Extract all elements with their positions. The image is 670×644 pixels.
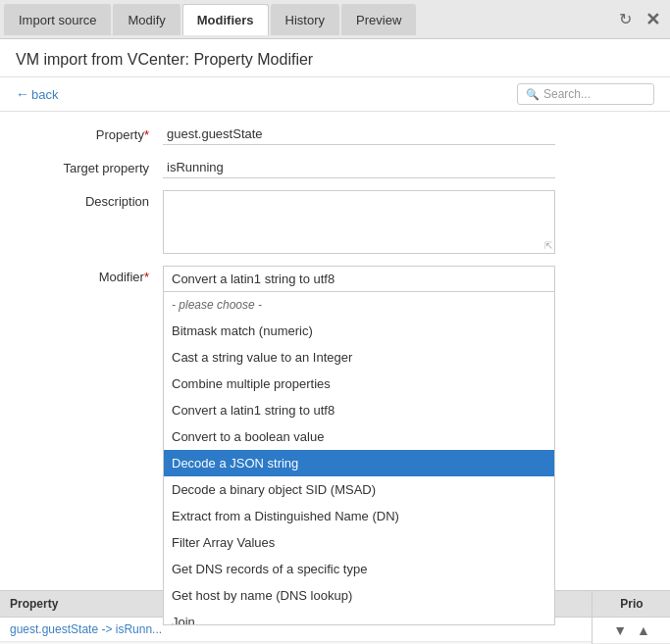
tab-bar: Import source Modify Modifiers History P… [0,0,670,39]
modifier-label: Modifier [16,266,163,284]
dropdown-placeholder[interactable]: - please choose - [164,292,554,318]
target-property-row: Target property [16,157,654,178]
prio-header: Prio [593,591,670,618]
dropdown-item-bitmask[interactable]: Bitmask match (numeric) [164,318,554,344]
page-header: VM import from VCenter: Property Modifie… [0,39,670,77]
toolbar: ← back 🔍 Search... [0,77,670,112]
target-input[interactable] [163,157,555,178]
property-input[interactable] [163,124,555,145]
modifier-row: Modifier - please choose - Bitmask match… [16,266,654,292]
back-label: back [31,87,58,102]
resize-handle-icon: ⇱ [544,240,552,251]
search-icon: 🔍 [526,88,540,101]
dropdown-item-convert-boolean[interactable]: Convert to a boolean value [164,423,554,450]
tab-import-source[interactable]: Import source [4,4,111,35]
tab-preview[interactable]: Preview [341,4,416,35]
target-label: Target property [16,157,163,175]
modifier-input[interactable] [163,266,555,292]
dropdown-item-decode-json[interactable]: Decode a JSON string [164,450,554,476]
form-area: Property Target property Description ⇱ M… [0,112,670,316]
tab-history[interactable]: History [271,4,339,35]
description-label: Description [16,190,163,209]
search-box[interactable]: 🔍 Search... [517,83,654,105]
prio-down-button[interactable]: ▼ [611,622,629,638]
page-title: VM import from VCenter: Property Modifie… [16,51,654,69]
dropdown-item-filter-array[interactable]: Filter Array Values [164,529,554,556]
prio-cell: ▼ ▲ [593,618,670,643]
property-label: Property [16,124,163,142]
dropdown-item-join[interactable]: Join [164,609,554,625]
description-row: Description ⇱ [16,190,654,254]
dropdown-item-get-dns[interactable]: Get DNS records of a specific type [164,556,554,582]
prio-col-header: Prio [593,591,670,617]
property-row: Property [16,124,654,145]
refresh-button[interactable]: ↻ [611,6,639,33]
back-link[interactable]: ← back [16,86,58,102]
description-input[interactable] [164,191,335,250]
prio-row: ▼ ▲ [593,618,670,644]
dropdown-item-decode-sid[interactable]: Decode a binary object SID (MSAD) [164,476,554,503]
back-arrow-icon: ← [16,86,29,102]
prio-up-button[interactable]: ▲ [635,622,652,638]
modifier-dropdown: - please choose - Bitmask match (numeric… [163,292,555,625]
modifier-wrapper: - please choose - Bitmask match (numeric… [163,266,555,292]
tab-modifiers[interactable]: Modifiers [182,4,269,35]
close-button[interactable]: ✕ [639,6,666,33]
dropdown-item-convert-latin1[interactable]: Convert a latin1 string to utf8 [164,397,554,423]
description-wrapper: ⇱ [163,190,555,254]
search-placeholder: Search... [543,87,591,101]
dropdown-item-extract-dn[interactable]: Extract from a Distinguished Name (DN) [164,503,554,529]
prio-section: Prio ▼ ▲ [592,591,670,644]
dropdown-item-combine[interactable]: Combine multiple properties [164,371,554,397]
dropdown-item-cast[interactable]: Cast a string value to an Integer [164,344,554,371]
dropdown-item-get-host[interactable]: Get host by name (DNS lookup) [164,582,554,609]
tab-modify[interactable]: Modify [113,4,180,35]
